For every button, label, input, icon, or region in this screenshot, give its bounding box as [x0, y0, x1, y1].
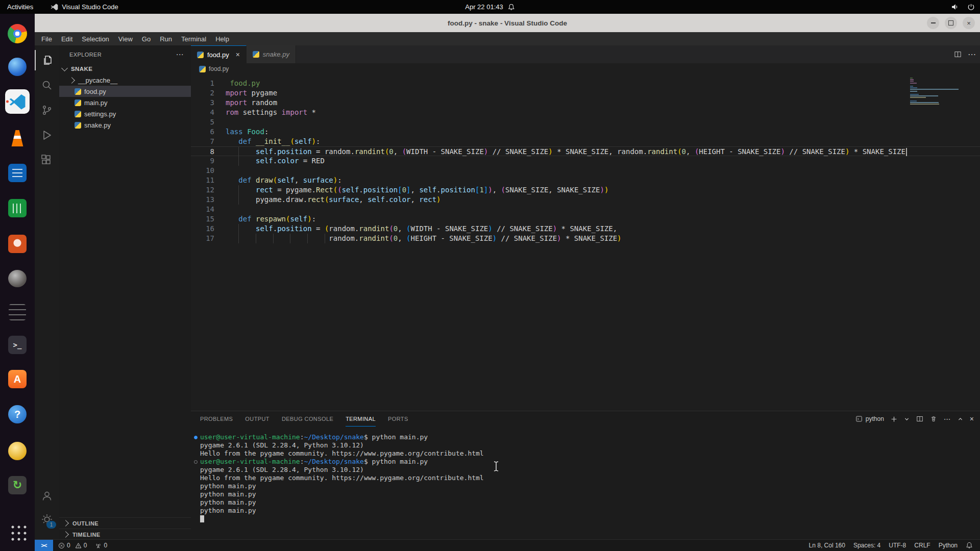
- terminal-cursor: [200, 515, 204, 522]
- panel-tab-debug-console[interactable]: DEBUG CONSOLE: [282, 411, 333, 427]
- dock-item-libreoffice-calc[interactable]: [8, 198, 27, 218]
- minimap-bar: [910, 89, 959, 90]
- tab-snake-py[interactable]: snake.py: [247, 45, 296, 63]
- explorer-more-actions-icon[interactable]: ⋯: [176, 50, 184, 59]
- line-number: 10: [191, 166, 214, 176]
- dock-item-help[interactable]: ?: [8, 405, 27, 424]
- activity-extensions[interactable]: [35, 150, 59, 170]
- launch-profile-chevron-icon[interactable]: [904, 416, 910, 422]
- terminal-output[interactable]: user@user-virtual-machine:~/Desktop/snak…: [191, 427, 980, 540]
- menu-item-run[interactable]: Run: [155, 34, 177, 44]
- file-item-settings-py[interactable]: settings.py: [59, 108, 191, 119]
- clock-button[interactable]: Apr 22 01:43: [465, 3, 514, 11]
- dock-item-software-store[interactable]: A: [8, 369, 27, 389]
- menu-item-file[interactable]: File: [37, 34, 57, 44]
- file-item--pycache-[interactable]: __pycache__: [59, 74, 191, 86]
- minimap-bar: [910, 86, 913, 87]
- file-item-main-py[interactable]: main.py: [59, 97, 191, 108]
- breadcrumb[interactable]: food.py: [191, 63, 980, 74]
- radio-tower-icon: [95, 542, 102, 549]
- status-encoding[interactable]: UTF-8: [889, 542, 906, 549]
- maximize-panel-icon[interactable]: [958, 416, 963, 422]
- file-item-food-py[interactable]: food.py: [59, 86, 191, 97]
- python-file-icon: [197, 52, 204, 58]
- panel-tab-ports[interactable]: PORTS: [388, 411, 408, 427]
- settings-badge: 1: [46, 521, 56, 529]
- split-editor-icon[interactable]: [954, 51, 962, 58]
- system-status-area[interactable]: [951, 3, 975, 11]
- minimap[interactable]: [910, 78, 959, 105]
- minimap-bar: [910, 102, 939, 103]
- file-item-snake-py[interactable]: snake.py: [59, 119, 191, 131]
- close-button[interactable]: ×: [963, 17, 975, 29]
- menu-item-go[interactable]: Go: [137, 34, 155, 44]
- terminal-shell-selector[interactable]: python: [855, 415, 884, 422]
- panel-tab-output[interactable]: OUTPUT: [245, 411, 270, 427]
- status-eol[interactable]: CRLF: [914, 542, 930, 549]
- restore-button[interactable]: [945, 17, 957, 29]
- code-line-2: 2mport pygame: [191, 88, 980, 98]
- dock-item-recycle[interactable]: ↻: [8, 475, 27, 495]
- dock-item-files[interactable]: [8, 303, 27, 322]
- line-text: [214, 117, 226, 127]
- line-text: self.color = RED: [214, 156, 325, 166]
- activity-explorer[interactable]: [35, 50, 60, 70]
- panel-tab-terminal[interactable]: TERMINAL: [346, 411, 376, 427]
- new-terminal-icon[interactable]: [891, 416, 897, 422]
- dock-item-chrome[interactable]: [8, 24, 27, 43]
- status-language-mode[interactable]: Python: [939, 542, 958, 549]
- dock-item-blue-sphere[interactable]: [8, 57, 27, 77]
- dock-item-vlc[interactable]: [8, 129, 27, 148]
- remote-indicator[interactable]: ><: [35, 540, 53, 551]
- ports-indicator[interactable]: 0: [95, 542, 107, 549]
- dock-item-libreoffice-impress[interactable]: [8, 234, 27, 254]
- breadcrumb-item: food.py: [209, 65, 229, 72]
- split-terminal-icon[interactable]: [916, 415, 923, 422]
- terminal-line: user@user-virtual-machine:~/Desktop/snak…: [191, 458, 980, 466]
- focused-app-menu[interactable]: Visual Studio Code: [51, 3, 118, 11]
- activity-settings[interactable]: 1: [35, 509, 59, 530]
- dock-item-terminal-app[interactable]: >_: [8, 335, 27, 355]
- menu-item-help[interactable]: Help: [211, 34, 234, 44]
- activity-source-control[interactable]: [35, 100, 59, 120]
- dock-item-show-apps[interactable]: [8, 522, 27, 541]
- menu-item-edit[interactable]: Edit: [57, 34, 77, 44]
- tab-bar: food.py×snake.py ⋯: [191, 45, 980, 63]
- dock-item-game[interactable]: [8, 441, 27, 461]
- dock-item-libreoffice-writer[interactable]: [8, 163, 27, 183]
- code-editor[interactable]: 1 food.py2mport pygame3mport random4rom …: [191, 74, 980, 440]
- timeline-section[interactable]: TIMELINE: [59, 529, 191, 540]
- line-text: def draw(self, surface):: [214, 176, 342, 185]
- panel-tab-problems[interactable]: PROBLEMS: [200, 411, 233, 427]
- status-indentation[interactable]: Spaces: 4: [853, 542, 880, 549]
- command-decoration-filled[interactable]: [194, 436, 198, 439]
- line-text: random.randint(0, (HEIGHT - SNAKE_SIZE) …: [214, 234, 622, 243]
- terminal-app-icon: >_: [8, 336, 27, 354]
- menu-item-terminal[interactable]: Terminal: [177, 34, 211, 44]
- status-cursor-position[interactable]: Ln 8, Col 160: [809, 542, 845, 549]
- activity-run-debug[interactable]: [35, 125, 59, 145]
- tab-food-py[interactable]: food.py×: [191, 45, 247, 63]
- menu-item-view[interactable]: View: [114, 34, 137, 44]
- editor-more-actions-icon[interactable]: ⋯: [968, 49, 976, 59]
- kill-terminal-icon[interactable]: [930, 415, 937, 422]
- file-label: __pycache__: [78, 77, 117, 84]
- outline-section[interactable]: OUTLINE: [59, 517, 191, 529]
- panel-more-actions-icon[interactable]: ⋯: [944, 415, 951, 423]
- menu-item-selection[interactable]: Selection: [77, 34, 113, 44]
- code-line-6: 6lass Food:: [191, 127, 980, 137]
- window-titlebar[interactable]: food.py - snake - Visual Studio Code ×: [35, 14, 980, 32]
- command-decoration-hollow[interactable]: [194, 460, 198, 464]
- folder-root-snake[interactable]: SNAKE: [59, 63, 191, 74]
- close-tab-icon[interactable]: ×: [236, 51, 240, 59]
- dock-item-vscode[interactable]: [5, 89, 30, 114]
- problems-indicator[interactable]: 0 0: [58, 542, 87, 549]
- activity-account[interactable]: [35, 486, 59, 506]
- minimize-button[interactable]: [927, 17, 939, 29]
- activities-button[interactable]: Activities: [7, 3, 33, 11]
- close-panel-icon[interactable]: ×: [970, 415, 974, 423]
- libreoffice-impress-icon: [8, 235, 27, 253]
- activity-search[interactable]: [35, 75, 59, 95]
- notifications-bell-icon[interactable]: [966, 542, 973, 549]
- dock-item-gimp[interactable]: [8, 269, 27, 288]
